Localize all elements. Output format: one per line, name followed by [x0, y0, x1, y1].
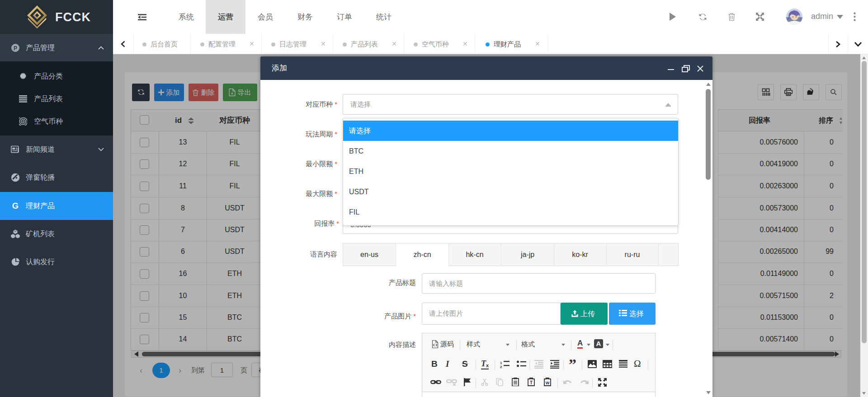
- svg-text:P: P: [14, 45, 17, 51]
- svg-text:2: 2: [500, 365, 502, 369]
- svg-text:G: G: [12, 201, 19, 210]
- svg-text:1: 1: [500, 361, 502, 365]
- svg-text:W: W: [546, 381, 550, 385]
- svg-text:T: T: [530, 380, 533, 385]
